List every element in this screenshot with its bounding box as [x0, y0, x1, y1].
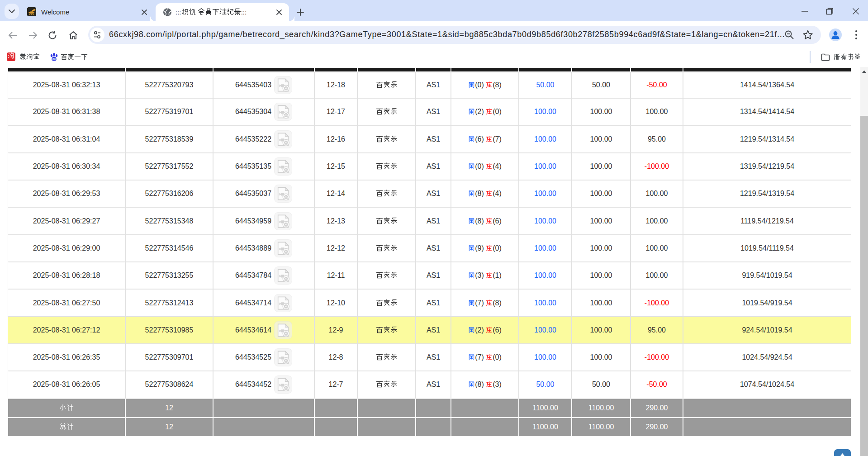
svg-text:du: du [52, 57, 56, 61]
